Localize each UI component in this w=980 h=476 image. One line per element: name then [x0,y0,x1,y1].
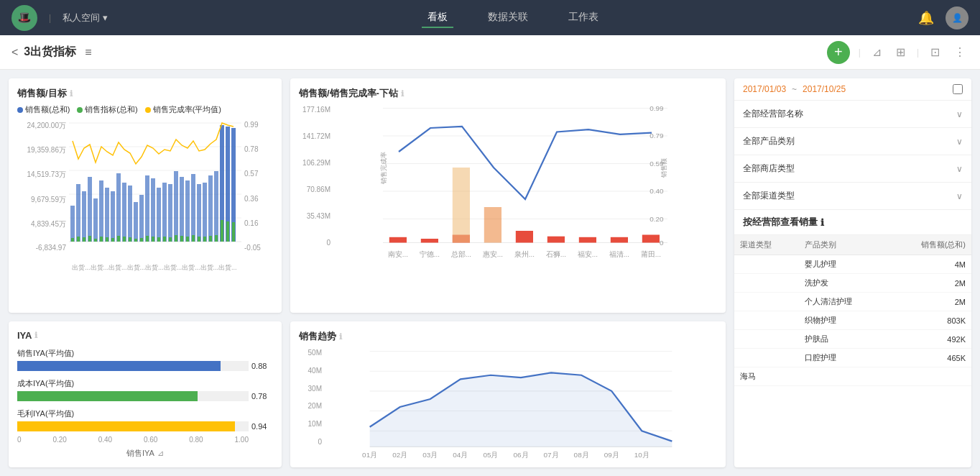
svg-rect-45 [129,237,131,242]
svg-text:0.99: 0.99 [650,104,664,112]
private-space-menu[interactable]: 私人空间 ▾ [63,12,108,24]
menu-icon[interactable]: ≡ [85,46,91,59]
cell-channel-6 [734,349,799,367]
svg-rect-8 [82,191,86,242]
cell-product-1: 婴儿护理 [799,255,887,274]
svg-rect-21 [157,188,161,242]
svg-rect-18 [139,195,144,242]
nav-item-data[interactable]: 数据关联 [482,8,534,28]
date-range-bar: 2017/01/03 ~ 2017/10/25 [734,78,971,101]
info-icon[interactable]: ℹ [70,89,73,99]
svg-rect-77 [611,237,628,243]
svg-rect-46 [134,239,137,242]
cell-sales-5: 492K [887,330,971,349]
svg-text:销售额: 销售额 [660,158,667,178]
table-scroll[interactable]: 渠道类型 产品类别 销售额(总和) 婴儿护理 4M 洗护发 2M [734,235,971,467]
chevron-icon-1: ∨ [956,109,963,119]
svg-rect-79 [453,168,470,243]
svg-rect-60 [215,235,218,242]
svg-rect-41 [106,237,108,242]
svg-text:0.20: 0.20 [650,215,664,223]
svg-text:10月: 10月 [634,451,650,459]
date-checkbox[interactable] [953,84,963,94]
filter-channel[interactable]: 全部渠道类型 ∨ [734,183,971,210]
sr-y1: 141.72M [299,132,330,140]
filter-product[interactable]: 全部产品类别 ∨ [734,128,971,155]
sr-y2: 106.29M [299,159,330,167]
nav-divider: | [49,13,51,23]
svg-rect-55 [186,237,189,242]
svg-rect-70 [389,237,407,243]
back-button[interactable]: < [11,46,18,59]
cell-sales-7 [887,367,971,386]
dept-sales-table: 渠道类型 产品类别 销售额(总和) 婴儿护理 4M 洗护发 2M [734,235,971,386]
cell-channel-3 [734,293,799,311]
filter-store[interactable]: 全部商店类型 ∨ [734,155,971,183]
iya-val-2: 0.78 [251,392,273,401]
svg-rect-24 [174,171,178,242]
iya-bar-2 [17,391,198,401]
iya-row-2: 成本IYA(平均值) 0.78 [17,378,273,401]
bell-icon[interactable]: 🔔 [918,10,934,26]
svg-rect-25 [180,177,184,242]
layout-icon[interactable]: ⊞ [893,42,908,62]
svg-rect-7 [76,184,80,242]
trend-title: 销售趋势 ℹ [299,330,717,343]
svg-rect-11 [99,180,103,242]
info-icon-2[interactable]: ℹ [401,89,404,99]
svg-text:福清...: 福清... [609,250,629,258]
svg-rect-54 [180,236,183,242]
svg-text:福安...: 福安... [578,250,598,258]
cell-product-7 [799,367,887,386]
sales-rate-title: 销售额/销售完成率-下钻 ℹ [299,87,717,100]
table-row: 织物护理 803K [734,311,971,330]
y-left-0: 24,200.00万 [17,121,66,131]
nav-item-worksheet[interactable]: 工作表 [563,8,604,28]
iya-bar-3 [17,421,235,431]
svg-rect-50 [157,237,160,242]
date-end[interactable]: 2017/10/25 [803,84,846,94]
screen-icon[interactable]: ⊡ [928,42,943,62]
info-icon-5[interactable]: ℹ [820,217,824,228]
svg-rect-22 [162,183,167,242]
sales-rate-chart[interactable]: 南安... 宁德... 总部... 惠安... 泉州... 石狮... 福安..… [333,104,717,262]
filter-icon[interactable]: ⊿ [869,42,884,62]
filter-business[interactable]: 全部经营部名称 ∨ [734,101,971,128]
date-start[interactable]: 2017/01/03 [743,84,786,94]
cell-sales-6: 465K [887,349,971,367]
svg-text:05月: 05月 [483,451,498,459]
cell-sales-1: 4M [887,255,971,274]
svg-rect-49 [152,237,154,242]
svg-rect-14 [116,173,121,242]
svg-rect-48 [146,236,149,242]
sales-rate-panel: 销售额/销售完成率-下钻 ℹ 177.16M 141.72M 106.29M 7… [290,78,726,313]
trend-y5: 0 [299,438,322,446]
nav-center: 看板 数据关联 工作表 [108,8,918,28]
trend-y4: 10M [299,420,322,428]
legend-item-3: 销售完成率(平均值) [145,104,221,115]
svg-rect-73 [484,207,501,243]
svg-rect-23 [168,184,172,242]
sr-y4: 35.43M [299,212,330,220]
svg-rect-36 [77,237,80,242]
sales-target-chart [69,119,241,263]
svg-rect-6 [70,206,75,242]
logo-area: 🎩 | 私人空间 ▾ [11,5,108,31]
iya-val-3: 0.94 [251,422,273,431]
filter-small-icon[interactable]: ⊿ [157,449,164,458]
nav-item-dashboard[interactable]: 看板 [422,8,453,28]
iya-title: IYA ℹ [17,330,273,341]
info-icon-3[interactable]: ℹ [34,331,37,340]
svg-rect-38 [88,236,91,242]
more-icon[interactable]: ⋮ [951,42,969,62]
svg-text:0.79: 0.79 [650,132,664,139]
nav-right: 🔔 👤 [918,6,969,29]
avatar[interactable]: 👤 [946,6,969,29]
legend-item-2: 销售指标(总和) [77,104,137,115]
y-right-5: -0.05 [244,244,262,252]
date-dash: ~ [792,84,797,94]
add-button[interactable]: + [827,41,850,64]
svg-rect-9 [88,177,92,242]
svg-text:石狮...: 石狮... [546,250,566,258]
info-icon-4[interactable]: ℹ [339,332,342,342]
